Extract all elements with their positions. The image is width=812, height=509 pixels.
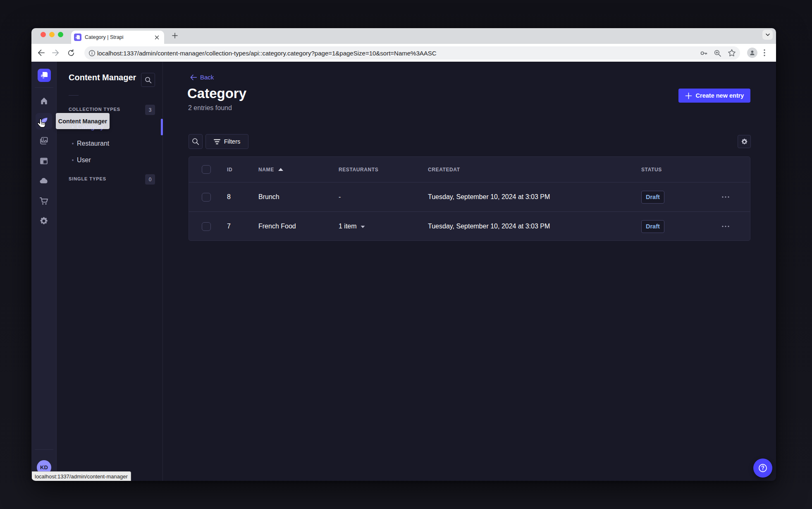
cell-restaurants[interactable]: 1 item	[339, 223, 357, 230]
table-header-row: ID NAME RESTAURANTS CREATEDAT STATUS	[189, 157, 750, 182]
sidebar-item-cloud[interactable]	[36, 173, 52, 189]
zoom-icon[interactable]	[714, 49, 721, 57]
browser-forward-icon[interactable]	[49, 44, 63, 62]
more-actions-icon	[722, 226, 729, 227]
strapi-logo[interactable]	[38, 69, 51, 82]
url-text: localhost:1337/admin/content-manager/col…	[97, 50, 700, 57]
cell-createdat: Tuesday, September 10, 2024 at 3:03 PM	[428, 193, 550, 201]
subnav-title: Content Manager	[69, 73, 136, 82]
select-all-checkbox[interactable]	[202, 165, 211, 174]
row-checkbox[interactable]	[202, 193, 211, 202]
bookmark-star-icon[interactable]	[728, 49, 736, 57]
browser-toolbar: localhost:1337/admin/content-manager/col…	[31, 44, 776, 62]
subnav-item-label: User	[77, 156, 91, 164]
site-info-icon[interactable]	[88, 50, 96, 57]
tooltip-label: Content Manager	[58, 118, 107, 125]
sidebar-item-home[interactable]	[36, 92, 52, 109]
question-mark-icon	[758, 463, 768, 473]
sidebar-item-media-library[interactable]	[36, 132, 52, 149]
more-actions-icon	[722, 196, 729, 198]
filter-icon	[214, 139, 220, 144]
strapi-admin: KD Content Manager COLLECTION TYPES 3 Ca…	[31, 62, 776, 481]
tab-title: Category | Strapi	[85, 34, 153, 40]
status-badge: Draft	[641, 220, 664, 233]
collection-types-count: 3	[145, 105, 155, 115]
status-bar-url: localhost:1337/admin/content-manager	[35, 473, 128, 480]
rail-divider	[35, 87, 53, 88]
row-actions-button[interactable]	[718, 182, 733, 211]
cell-id: 7	[227, 223, 231, 230]
create-new-entry-button[interactable]: Create new entry	[678, 89, 750, 103]
gear-icon	[741, 138, 748, 145]
column-header-createdat[interactable]: CREATEDAT	[428, 167, 460, 173]
rail-bottom-divider	[35, 449, 53, 450]
window-zoom-button[interactable]	[58, 32, 63, 37]
url-bar[interactable]: localhost:1337/admin/content-manager/col…	[84, 46, 740, 60]
single-types-count: 0	[145, 174, 155, 185]
column-header-id[interactable]: ID	[227, 167, 232, 173]
window-minimize-button[interactable]	[49, 32, 55, 37]
entries-count: 2 entries found	[188, 104, 232, 112]
tab-search-button[interactable]	[762, 30, 773, 40]
subnav-item-label: Restaurant	[77, 140, 109, 147]
status-label: Draft	[646, 194, 660, 200]
browser-tabstrip: Category | Strapi	[31, 28, 776, 44]
search-icon	[145, 77, 152, 84]
sidebar-item-settings[interactable]	[36, 213, 52, 229]
cell-restaurants: -	[339, 193, 341, 201]
column-header-status[interactable]: STATUS	[641, 167, 662, 173]
page-title: Category	[187, 86, 246, 101]
mouse-cursor	[37, 118, 47, 130]
collection-types-label: COLLECTION TYPES	[69, 107, 120, 112]
browser-menu-icon[interactable]	[764, 49, 765, 58]
entries-table: ID NAME RESTAURANTS CREATEDAT STATUS 8 B…	[189, 156, 750, 241]
back-label: Back	[200, 74, 214, 81]
sidebar-item-content-type-builder[interactable]	[36, 153, 52, 169]
table-row[interactable]: 8 Brunch - Tuesday, September 10, 2024 a…	[189, 182, 750, 211]
status-badge: Draft	[641, 191, 664, 204]
filters-button[interactable]: Filters	[205, 134, 248, 149]
search-button[interactable]	[189, 134, 203, 149]
bullet-icon	[72, 143, 74, 144]
new-tab-button[interactable]	[170, 30, 180, 41]
subnav-item-user[interactable]: User	[57, 152, 163, 168]
table-row[interactable]: 7 French Food 1 item Tuesday, September …	[189, 211, 750, 241]
browser-back-icon[interactable]	[33, 44, 48, 62]
window-close-button[interactable]	[41, 32, 46, 37]
help-button[interactable]	[753, 459, 772, 478]
back-link[interactable]: Back	[190, 74, 214, 81]
main-content: Back Category 2 entries found Create new…	[163, 62, 776, 481]
search-icon	[192, 138, 199, 145]
subnav-item-restaurant[interactable]: Restaurant	[57, 135, 163, 152]
back-arrow-icon	[190, 74, 197, 80]
bullet-icon	[72, 159, 74, 161]
tab-close-icon[interactable]	[153, 34, 160, 41]
browser-status-bar: localhost:1337/admin/content-manager	[32, 471, 131, 481]
cell-id: 8	[227, 193, 231, 201]
column-header-restaurants[interactable]: RESTAURANTS	[339, 167, 378, 173]
strapi-favicon	[74, 34, 81, 41]
cell-name: Brunch	[258, 193, 279, 201]
content-manager-tooltip: Content Manager	[56, 113, 110, 129]
row-checkbox[interactable]	[202, 222, 211, 231]
sidebar-item-marketplace[interactable]	[36, 193, 52, 209]
cell-createdat: Tuesday, September 10, 2024 at 3:03 PM	[428, 223, 550, 230]
create-button-label: Create new entry	[696, 92, 744, 99]
browser-profile-avatar[interactable]	[747, 48, 757, 58]
single-types-label: SINGLE TYPES	[69, 176, 106, 181]
plus-icon	[685, 92, 692, 99]
cell-name: French Food	[258, 223, 296, 230]
row-actions-button[interactable]	[718, 212, 733, 241]
column-header-name[interactable]: NAME	[258, 167, 274, 173]
view-settings-button[interactable]	[738, 135, 751, 148]
browser-reload-icon[interactable]	[64, 44, 78, 62]
expand-caret-icon[interactable]	[361, 226, 365, 228]
status-label: Draft	[646, 223, 660, 230]
subnav-divider	[69, 95, 79, 96]
passwords-key-icon[interactable]	[700, 49, 707, 57]
subnav-search-button[interactable]	[141, 73, 155, 87]
sort-ascending-icon	[278, 168, 283, 171]
filters-button-label: Filters	[224, 138, 240, 145]
browser-tab[interactable]: Category | Strapi	[71, 31, 164, 44]
browser-window: Category | Strapi localhost:1337/admin/c…	[31, 28, 776, 481]
